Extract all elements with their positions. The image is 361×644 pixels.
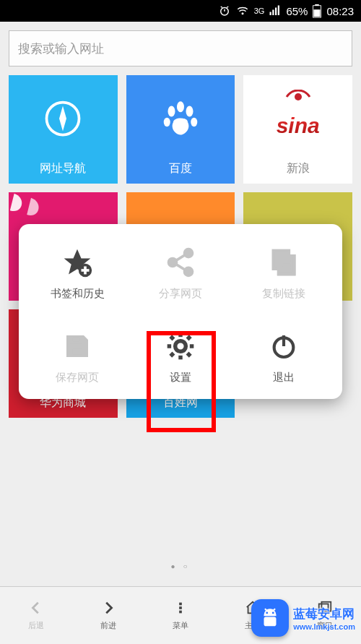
menu-label: 保存网页 [56,371,99,385]
tile-sina[interactable]: sina 新浪 [243,75,352,184]
svg-point-41 [175,340,186,351]
svg-rect-54 [179,611,182,614]
nav-back[interactable]: 后退 [0,587,72,644]
svg-point-17 [164,117,170,126]
share-icon [165,246,196,278]
search-bar-container: 搜索或输入网址 [0,22,361,75]
menu-copy-link: 复制链接 [232,246,335,301]
svg-line-60 [265,609,267,611]
svg-line-47 [188,353,191,356]
watermark-url: www.lmkjst.com [293,622,355,631]
search-placeholder: 搜索或输入网址 [18,40,104,57]
menu-settings[interactable]: 设置 [129,330,232,385]
svg-rect-52 [179,603,182,606]
baidu-paw-icon [126,75,235,161]
svg-rect-10 [316,4,319,6]
svg-line-32 [175,263,186,270]
svg-point-15 [177,101,184,112]
svg-line-31 [175,254,186,261]
copy-icon [268,246,300,278]
alarm-icon [218,4,231,17]
sina-eye-icon [285,90,311,107]
svg-rect-59 [264,617,277,627]
svg-marker-13 [59,106,66,131]
menu-label: 书签和历史 [51,287,105,301]
svg-line-61 [273,609,275,611]
svg-point-19 [295,93,302,100]
watermark-android-icon [251,599,289,637]
chevron-right-icon [100,600,116,617]
menu-label: 退出 [273,371,295,385]
sina-logo-text: sina [277,113,320,138]
save-floppy-icon [63,330,92,362]
network-type-label: 3G [254,7,265,15]
nav-label: 前进 [100,620,116,631]
nav-label: 后退 [28,620,44,631]
svg-point-14 [168,106,175,116]
svg-point-58 [272,612,274,614]
menu-exit[interactable]: 退出 [232,330,335,385]
page-indicator: ● ○ [0,562,361,570]
svg-point-4 [241,12,243,14]
svg-rect-5 [270,12,271,16]
compass-icon [9,75,118,161]
menu-popup: 书签和历史 分享网页 复制链接 保存网页 设置 [19,224,342,399]
nav-forward[interactable]: 前进 [72,587,144,644]
svg-line-3 [227,7,228,8]
battery-percent: 65% [286,5,308,17]
tile-label: 新浪 [287,161,310,176]
svg-rect-40 [71,347,84,356]
menu-bookmarks-history[interactable]: 书签和历史 [26,246,129,301]
menu-share-page: 分享网页 [129,246,232,301]
svg-line-46 [170,336,173,339]
svg-point-16 [186,106,193,116]
sina-logo: sina [243,75,352,161]
power-icon [269,330,298,362]
kebab-menu-icon [173,600,188,617]
search-input[interactable]: 搜索或输入网址 [9,30,352,66]
chevron-left-icon [28,600,44,617]
nav-menu[interactable]: 菜单 [144,587,217,644]
watermark: 蓝莓安卓网 www.lmkjst.com [251,599,355,637]
svg-line-2 [220,7,222,8]
svg-line-48 [170,353,173,356]
menu-label: 设置 [170,371,191,385]
svg-rect-6 [273,10,274,16]
clock: 08:23 [326,5,354,17]
signal-icon [269,4,282,17]
tile-label: 网址导航 [40,161,86,176]
nav-label: 菜单 [173,620,188,631]
menu-save-page: 保存网页 [26,330,129,385]
status-bar: 3G 65% 08:23 [0,0,361,22]
svg-point-57 [266,612,269,614]
menu-label: 分享网页 [159,287,202,301]
svg-rect-7 [275,8,277,16]
battery-icon [312,4,322,18]
svg-line-49 [188,336,191,339]
svg-rect-39 [71,336,81,342]
svg-rect-8 [278,6,279,16]
tile-label: 百度 [169,161,192,176]
wifi-icon [235,4,250,17]
star-plus-icon [61,246,93,278]
watermark-title: 蓝莓安卓网 [293,606,355,622]
svg-rect-11 [314,9,321,17]
tile-baidu[interactable]: 百度 [126,75,235,184]
menu-label: 复制链接 [262,287,305,301]
tile-nav[interactable]: 网址导航 [9,75,118,184]
svg-point-18 [191,117,197,126]
svg-rect-53 [179,606,182,609]
gear-icon [165,330,196,362]
